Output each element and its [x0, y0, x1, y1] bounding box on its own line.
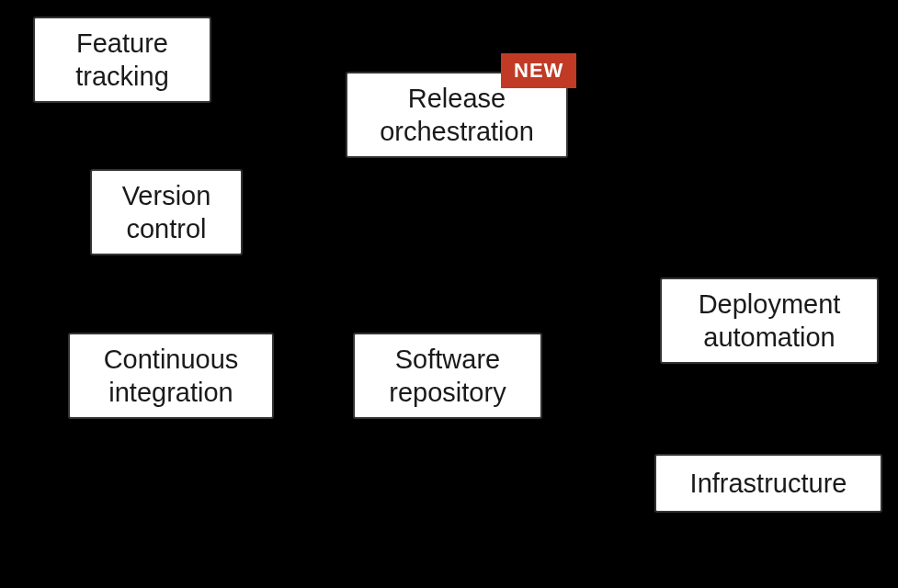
box-deployment-automation: Deployment automation: [660, 277, 879, 364]
box-label: Release orchestration: [369, 82, 544, 149]
box-feature-tracking: Feature tracking: [33, 17, 211, 103]
box-label: Feature tracking: [57, 27, 188, 94]
box-label: Deployment automation: [684, 288, 855, 355]
box-continuous-integration: Continuous integration: [68, 333, 274, 419]
box-version-control: Version control: [90, 169, 243, 255]
box-infrastructure: Infrastructure: [654, 454, 882, 513]
box-label: Continuous integration: [92, 343, 250, 410]
badge-label: NEW: [514, 59, 563, 82]
box-label: Version control: [114, 179, 219, 246]
new-badge: NEW: [501, 53, 576, 88]
box-software-repository: Software repository: [353, 333, 542, 419]
box-label: Infrastructure: [690, 467, 847, 500]
box-label: Software repository: [377, 343, 518, 410]
